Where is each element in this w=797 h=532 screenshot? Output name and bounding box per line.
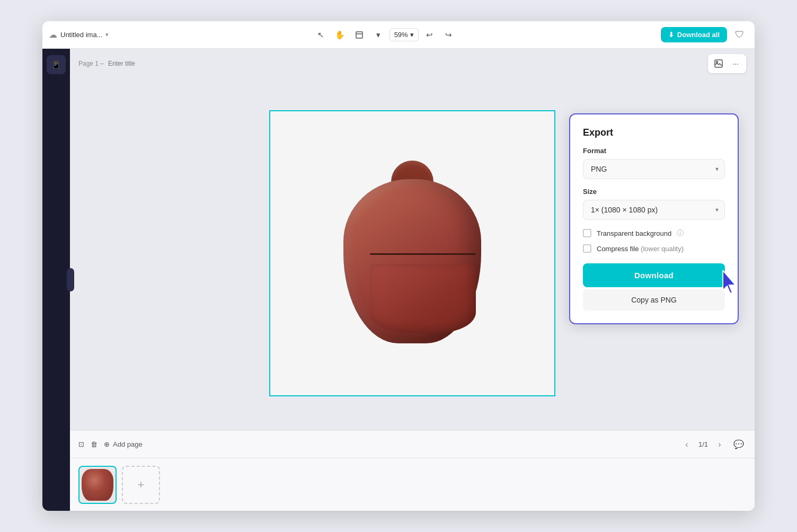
trash-icon: 🗑 [91,440,98,448]
format-select-wrapper: PNG JPG SVG PDF ▾ [583,159,725,179]
bag-zipper [370,253,476,255]
top-bar-center: ↖ ✋ ▾ 59% ▾ ↩ ↪ [113,27,656,43]
shield-button[interactable]: 🛡 [731,26,748,43]
add-page-button[interactable]: ⊕ Add page [104,440,143,448]
page-title-input[interactable] [108,60,188,67]
canvas-image-tool-button[interactable] [711,56,726,71]
delete-page-button[interactable]: 🗑 [91,440,98,448]
add-page-label: Add page [113,440,143,448]
download-all-label: Download all [677,31,720,39]
next-page-button[interactable]: › [712,437,727,452]
canvas-more-button[interactable]: ··· [728,56,743,71]
add-page-icon: ⊕ [104,440,110,448]
file-title: Untitled ima... [60,31,102,39]
page-label: Page 1 – [78,60,104,67]
canvas-area: Page 1 – ··· [70,49,755,511]
backpack-image [333,153,492,354]
page-nav: ‹ 1/1 › 💬 [679,437,746,452]
top-bar-right: ⬇ Download all 🛡 [661,26,748,43]
frame-chevron-button[interactable]: ▾ [370,27,386,43]
size-label: Size [583,188,725,196]
zoom-control[interactable]: 59% ▾ [389,28,419,41]
thumbnail-view-button[interactable]: ⊡ [78,440,84,448]
transparent-bg-row: Transparent background ⓘ [583,228,725,238]
svg-rect-0 [356,32,362,38]
compress-checkbox[interactable] [583,244,591,253]
size-select-wrapper: 1× (1080 × 1080 px) 2× (2160 × 2160 px) … [583,200,725,220]
title-chevron-icon[interactable]: ▾ [105,31,109,38]
prev-page-button[interactable]: ‹ [679,437,694,452]
redo-button[interactable]: ↪ [441,27,457,43]
export-panel: Export Format PNG JPG SVG PDF ▾ Size [569,113,739,324]
canvas-header: Page 1 – ··· [70,49,755,76]
add-thumbnail-button[interactable]: + [122,466,160,504]
download-button[interactable]: Download [583,263,725,287]
download-all-button[interactable]: ⬇ Download all [661,27,727,42]
download-icon: ⬇ [668,31,674,39]
sidebar-icon-phone[interactable]: 📱 [47,55,66,74]
zoom-chevron-icon: ▾ [410,31,414,39]
transparent-bg-label: Transparent background [597,229,671,237]
download-btn-wrapper: Download [583,259,725,289]
zoom-value: 59% [394,31,408,39]
transparent-bg-checkbox[interactable] [583,229,591,237]
page-thumbnail-1[interactable] [78,466,117,504]
chat-button[interactable]: 💬 [731,437,746,452]
transparent-info-icon[interactable]: ⓘ [677,228,684,238]
canvas-tools: ··· [708,54,746,73]
export-panel-title: Export [583,127,725,138]
sidebar-handle[interactable] [67,268,74,291]
page-counter: 1/1 [698,440,708,448]
bottom-bar: ⊡ 🗑 ⊕ Add page ‹ 1/1 › 💬 [70,430,755,458]
compress-row: Compress file (lower quality) [583,244,725,253]
bag-body [343,179,481,343]
top-bar-left: ☁ Untitled ima... ▾ [49,30,109,40]
canvas-container: Export Format PNG JPG SVG PDF ▾ Size [70,76,755,430]
compress-label: Compress file (lower quality) [597,245,684,253]
thumbnail-strip: + [70,458,755,511]
add-thumbnail-icon: + [138,478,145,492]
svg-marker-4 [723,270,736,294]
size-select[interactable]: 1× (1080 × 1080 px) 2× (2160 × 2160 px) … [583,200,725,220]
undo-button[interactable]: ↩ [422,27,438,43]
bag-front-pocket [370,264,476,333]
hand-tool-button[interactable]: ✋ [332,27,348,43]
cursor-pointer [719,270,740,299]
format-label: Format [583,147,725,155]
thumbnail-view-icon: ⊡ [78,440,84,448]
thumbnail-image-1 [82,469,113,501]
copy-as-png-button[interactable]: Copy as PNG [583,289,725,311]
app-window: ☁ Untitled ima... ▾ ↖ ✋ ▾ 59% ▾ ↩ ↪ ⬇ [42,21,755,511]
canvas-frame [269,110,555,396]
top-bar: ☁ Untitled ima... ▾ ↖ ✋ ▾ 59% ▾ ↩ ↪ ⬇ [42,21,755,49]
frame-tool-button[interactable] [351,27,367,43]
sidebar: 📱 [42,49,70,511]
format-select[interactable]: PNG JPG SVG PDF [583,159,725,179]
main-content: 📱 Page 1 – ··· [42,49,755,511]
cloud-icon: ☁ [49,30,57,40]
cursor-tool-button[interactable]: ↖ [313,27,329,43]
